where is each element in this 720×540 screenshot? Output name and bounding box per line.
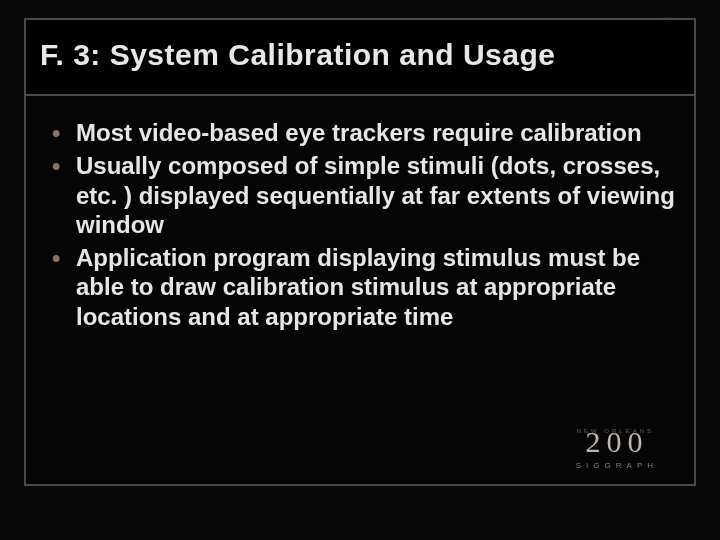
body-container: Most video-based eye trackers require ca…: [24, 96, 696, 486]
bullet-list: Most video-based eye trackers require ca…: [44, 118, 676, 331]
bullet-item: Application program displaying stimulus …: [44, 243, 676, 331]
title-container: F. 3: System Calibration and Usage: [24, 18, 696, 96]
bullet-item: Most video-based eye trackers require ca…: [44, 118, 676, 147]
footer-logo: 200 SIGGRAPH: [576, 425, 658, 470]
year-label: 200: [585, 425, 648, 459]
slide-title: F. 3: System Calibration and Usage: [40, 38, 680, 72]
bullet-item: Usually composed of simple stimuli (dots…: [44, 151, 676, 239]
brand-label: SIGGRAPH: [576, 461, 658, 470]
slide: F. 3: System Calibration and Usage Most …: [0, 0, 720, 540]
